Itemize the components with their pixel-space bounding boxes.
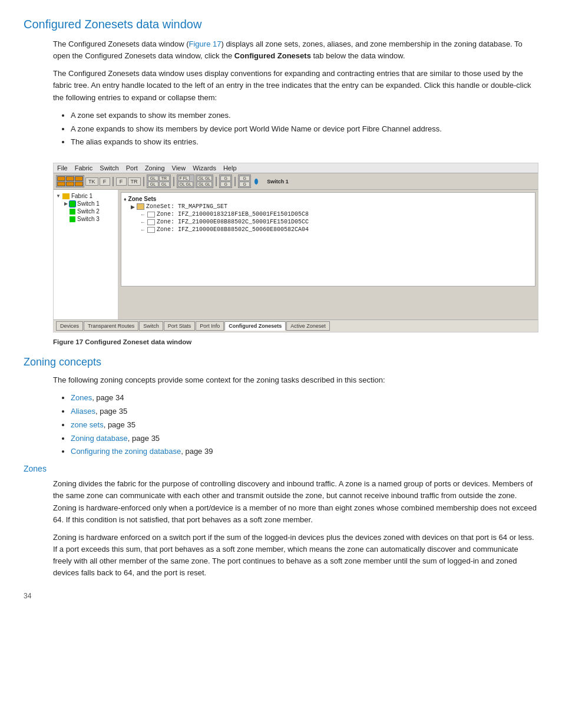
zones-container: ← Zone: IFZ_210000183218F1EB_50001FE1501… — [140, 210, 533, 233]
aliases-page: 35 — [119, 407, 127, 416]
fabric-label: Fabric 1 — [71, 193, 92, 199]
link-aliases: Aliases, page 35 — [71, 406, 538, 418]
zone3-label: Zone: IFZ_210000E08B88502C_50060E800582C… — [157, 226, 309, 233]
para1-bold: Configured Zonesets — [234, 51, 311, 60]
page-number: 34 — [24, 589, 31, 602]
tab-configured-zonesets[interactable]: Configured Zonesets — [224, 321, 286, 331]
section2-title: Zoning concepts — [24, 356, 538, 368]
port-gl-gl1[interactable]: GL GL — [197, 176, 212, 181]
indicator-dot — [254, 179, 258, 185]
aliases-link[interactable]: Aliases — [71, 407, 95, 416]
port-group-4: GL GL GL GL — [196, 174, 213, 188]
port-gl-gl2[interactable]: GL GL — [197, 182, 212, 187]
zoning-db-link[interactable]: Zoning database — [71, 434, 128, 443]
zone3-item[interactable]: ← Zone: IFZ_210000E08B88502C_50060E80058… — [140, 226, 533, 233]
zoneset-item[interactable]: ▶ ZoneSet: TR_MAPPING_SET — [131, 203, 533, 210]
zone-tree-area: ♦ Zone Sets ▶ ZoneSet: TR_MAPPING_SET — [121, 192, 535, 286]
zoneset-label: ZoneSet: TR_MAPPING_SET — [146, 203, 227, 210]
zone2-item[interactable]: ← Zone: IFZ_210000E08B88502C_50001FE1501… — [140, 218, 533, 226]
menu-wizards[interactable]: Wizards — [193, 164, 216, 172]
figure17: File Fabric Switch Port Zoning View Wiza… — [53, 163, 538, 332]
toolbar-divider5 — [234, 177, 236, 186]
switch1-icon — [70, 201, 75, 207]
toolbar-btn-f[interactable]: F — [100, 177, 110, 186]
port-1 — [57, 176, 65, 181]
toolbar-divider3 — [173, 177, 174, 186]
zone2-icon — [147, 219, 155, 225]
para1-end: tab below the data window. — [311, 51, 405, 60]
port-g1[interactable]: G — [220, 176, 231, 181]
switch2-item[interactable]: ▶ Switch 2 — [64, 207, 115, 215]
figure17-link[interactable]: Figure 17 — [189, 39, 222, 48]
port-f-fl[interactable]: F FL — [178, 176, 190, 181]
tab-active-zoneset[interactable]: Active Zoneset — [286, 321, 330, 331]
bullet-1: A zone set expands to show its member zo… — [71, 110, 538, 122]
figure17-caption-text: Figure 17 Configured Zoneset data window — [53, 338, 191, 345]
port-g4[interactable]: G — [239, 182, 250, 187]
zone1-item[interactable]: ← Zone: IFZ_210000183218F1EB_50001FE1501… — [140, 210, 533, 218]
menu-zoning[interactable]: Zoning — [145, 164, 165, 172]
switch2-label: Switch 2 — [77, 208, 100, 215]
zone2-label: Zone: IFZ_210000E08B88502C_50001FE1501D0… — [157, 219, 309, 225]
menu-help[interactable]: Help — [223, 164, 237, 172]
menu-file[interactable]: File — [57, 164, 68, 172]
link-zones: Zones, page 34 — [71, 392, 538, 404]
port-gl1[interactable]: GL — [148, 176, 158, 181]
tab-port-info[interactable]: Port Info — [196, 321, 224, 331]
toolbar-btn-tr[interactable]: TR — [128, 177, 141, 186]
section1-para1: The Configured Zonesets data window (Fig… — [53, 38, 538, 62]
figure-tabs: Devices Transparent Routes Switch Port S… — [54, 319, 538, 332]
switch-name-label: Switch 1 — [267, 179, 289, 185]
page-wrapper: Configured Zonesets data window The Conf… — [24, 18, 538, 602]
switch2-icon — [70, 209, 75, 215]
toolbar-port-section: TK F F TR GL TR GL GL — [56, 174, 260, 188]
link-zone-sets: zone sets, page 35 — [71, 419, 538, 431]
port-ol-gl[interactable]: OL GL — [178, 182, 193, 187]
zoneset-arrow: ▶ — [131, 204, 135, 210]
section3-title: Zones — [24, 464, 538, 473]
menu-fabric[interactable]: Fabric — [75, 164, 93, 172]
zones-link[interactable]: Zones — [71, 393, 92, 402]
port-g2[interactable]: G — [220, 182, 231, 187]
tab-switch[interactable]: Switch — [139, 321, 163, 331]
port-group-6: G G — [238, 174, 251, 188]
port-g3[interactable]: G — [239, 176, 250, 181]
port-group-1 — [56, 175, 84, 187]
toolbar-btn-tk[interactable]: TK — [85, 177, 98, 186]
switch3-item[interactable]: ▶ Switch 3 — [64, 215, 115, 223]
zoneset-container: ▶ ZoneSet: TR_MAPPING_SET ← Zone: IFZ_21… — [131, 203, 533, 233]
switch1-item[interactable]: ▶ Switch 1 — [64, 200, 115, 207]
zoning-db-page: 35 — [151, 434, 160, 443]
menu-view[interactable]: View — [172, 164, 186, 172]
tab-devices[interactable]: Devices — [56, 321, 83, 331]
toolbar-btn-f2[interactable]: F — [116, 177, 127, 186]
port-group-2: GL TR GL GL — [147, 174, 171, 188]
section1-para2: The Configured Zonesets data window uses… — [53, 68, 538, 103]
port-3 — [75, 176, 83, 181]
configuring-link[interactable]: Configuring the zoning database — [71, 447, 181, 456]
zone1-label: Zone: IFZ_210000183218F1EB_50001FE1501D0… — [157, 211, 309, 218]
tab-port-stats[interactable]: Port Stats — [164, 321, 196, 331]
port-4 — [57, 182, 65, 186]
link-configuring: Configuring the zoning database, page 39 — [71, 446, 538, 458]
toolbar-divider4 — [216, 177, 217, 186]
zone-sets-link[interactable]: zone sets — [71, 420, 104, 429]
port-tr[interactable]: TR — [159, 176, 170, 181]
figure-sidebar: ▼ Fabric 1 ▶ Switch 1 ▶ Swit — [54, 190, 118, 319]
menu-switch[interactable]: Switch — [100, 164, 118, 172]
tab-transparent-routes[interactable]: Transparent Routes — [84, 321, 138, 331]
fabric-root[interactable]: ▼ Fabric 1 — [56, 192, 115, 200]
switch1-arrow: ▶ — [64, 201, 68, 206]
section1-content: The Configured Zonesets data window (Fig… — [53, 38, 538, 345]
fabric-arrow: ▼ — [56, 193, 61, 199]
figure-body: ▼ Fabric 1 ▶ Switch 1 ▶ Swit — [54, 190, 538, 319]
configuring-page: 39 — [204, 447, 213, 456]
port-group-3: F FL OL GL — [177, 174, 194, 188]
menu-port[interactable]: Port — [126, 164, 138, 172]
port-5 — [66, 182, 74, 186]
port-gl2[interactable]: GL — [148, 182, 158, 187]
port-group-5: G G — [219, 174, 232, 188]
port-gl3[interactable]: GL — [159, 182, 170, 187]
figure17-caption: Figure 17 Configured Zoneset data window — [53, 338, 538, 345]
zone3-arrow: ← — [140, 227, 146, 233]
